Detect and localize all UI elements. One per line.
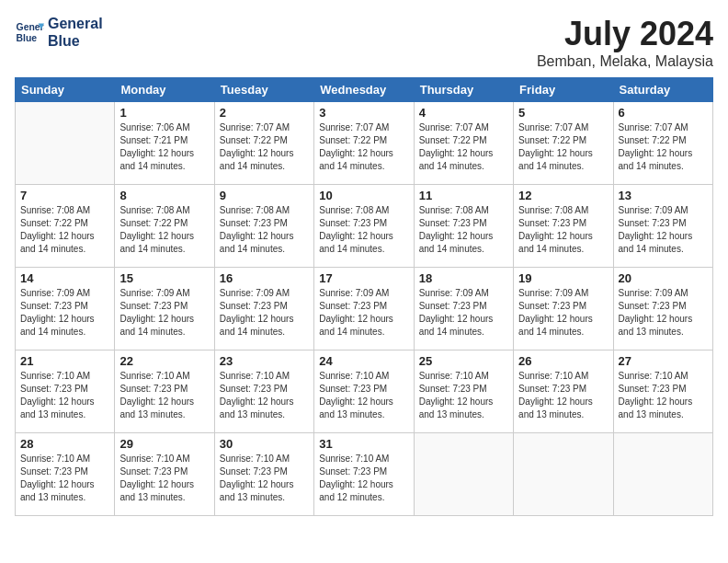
day-number: 23 [220,354,309,368]
day-cell [16,102,115,185]
logo: General Blue General Blue [15,15,103,50]
day-cell: 20Sunrise: 7:09 AMSunset: 7:23 PMDayligh… [613,268,712,350]
day-info: Sunrise: 7:08 AMSunset: 7:23 PMDaylight:… [518,204,608,256]
day-cell: 18Sunrise: 7:09 AMSunset: 7:23 PMDayligh… [414,268,513,350]
day-number: 27 [619,354,708,368]
header-monday: Monday [115,78,214,102]
page-header: General Blue General Blue July 2024 Bemb… [15,15,713,70]
logo-line2: Blue [48,32,103,50]
day-number: 2 [220,106,309,120]
day-number: 22 [119,354,209,368]
day-info: Sunrise: 7:07 AMSunset: 7:22 PMDaylight:… [619,121,708,173]
location-title: Bemban, Melaka, Malaysia [537,53,713,70]
day-info: Sunrise: 7:09 AMSunset: 7:23 PMDaylight:… [119,287,209,339]
day-cell: 26Sunrise: 7:10 AMSunset: 7:23 PMDayligh… [514,350,613,433]
day-number: 3 [319,106,408,120]
day-cell: 5Sunrise: 7:07 AMSunset: 7:22 PMDaylight… [514,102,613,185]
day-cell [414,433,513,516]
day-cell [514,433,613,516]
header-sunday: Sunday [16,78,115,102]
day-cell: 3Sunrise: 7:07 AMSunset: 7:22 PMDaylight… [314,102,414,185]
header-row: SundayMondayTuesdayWednesdayThursdayFrid… [16,78,713,102]
day-info: Sunrise: 7:06 AMSunset: 7:21 PMDaylight:… [119,121,209,173]
day-cell: 29Sunrise: 7:10 AMSunset: 7:23 PMDayligh… [115,433,214,516]
calendar-table: SundayMondayTuesdayWednesdayThursdayFrid… [15,77,713,516]
day-number: 17 [319,271,408,285]
day-number: 16 [220,271,309,285]
day-number: 26 [518,354,608,368]
day-cell: 4Sunrise: 7:07 AMSunset: 7:22 PMDaylight… [414,102,513,185]
day-number: 4 [419,106,508,120]
logo-line1: General [48,15,103,32]
day-number: 15 [119,271,209,285]
day-cell: 30Sunrise: 7:10 AMSunset: 7:23 PMDayligh… [214,433,313,516]
day-cell: 8Sunrise: 7:08 AMSunset: 7:22 PMDaylight… [115,185,214,268]
day-cell: 11Sunrise: 7:08 AMSunset: 7:23 PMDayligh… [414,185,513,268]
day-cell [613,433,712,516]
day-info: Sunrise: 7:10 AMSunset: 7:23 PMDaylight:… [20,370,109,421]
day-info: Sunrise: 7:10 AMSunset: 7:23 PMDaylight:… [319,370,408,421]
day-number: 5 [518,106,608,120]
header-tuesday: Tuesday [214,78,313,102]
day-info: Sunrise: 7:10 AMSunset: 7:23 PMDaylight:… [319,453,408,504]
month-title: July 2024 [537,15,713,53]
day-number: 9 [220,189,309,202]
day-number: 24 [319,354,408,368]
day-info: Sunrise: 7:10 AMSunset: 7:23 PMDaylight:… [220,453,309,504]
day-number: 14 [20,271,109,285]
day-info: Sunrise: 7:10 AMSunset: 7:23 PMDaylight:… [220,370,309,421]
day-info: Sunrise: 7:08 AMSunset: 7:23 PMDaylight:… [220,204,309,256]
day-cell: 7Sunrise: 7:08 AMSunset: 7:22 PMDaylight… [16,185,115,268]
day-cell: 31Sunrise: 7:10 AMSunset: 7:23 PMDayligh… [314,433,414,516]
day-number: 21 [20,354,109,368]
day-cell: 24Sunrise: 7:10 AMSunset: 7:23 PMDayligh… [314,350,414,433]
day-cell: 17Sunrise: 7:09 AMSunset: 7:23 PMDayligh… [314,268,414,350]
day-info: Sunrise: 7:10 AMSunset: 7:23 PMDaylight:… [119,370,209,421]
day-cell: 13Sunrise: 7:09 AMSunset: 7:23 PMDayligh… [613,185,712,268]
day-info: Sunrise: 7:10 AMSunset: 7:23 PMDaylight:… [619,370,708,421]
header-thursday: Thursday [414,78,513,102]
day-cell: 6Sunrise: 7:07 AMSunset: 7:22 PMDaylight… [613,102,712,185]
day-info: Sunrise: 7:10 AMSunset: 7:23 PMDaylight:… [119,453,209,504]
logo-icon: General Blue [15,17,44,47]
day-info: Sunrise: 7:07 AMSunset: 7:22 PMDaylight:… [518,121,608,173]
day-info: Sunrise: 7:09 AMSunset: 7:23 PMDaylight:… [419,287,508,339]
day-info: Sunrise: 7:10 AMSunset: 7:23 PMDaylight:… [518,370,608,421]
day-number: 19 [518,271,608,285]
day-number: 30 [220,437,309,451]
day-number: 31 [319,437,408,451]
day-number: 8 [119,189,209,202]
day-number: 25 [419,354,508,368]
day-cell: 28Sunrise: 7:10 AMSunset: 7:23 PMDayligh… [16,433,115,516]
day-number: 11 [419,189,508,202]
day-info: Sunrise: 7:09 AMSunset: 7:23 PMDaylight:… [518,287,608,339]
day-number: 13 [619,189,708,202]
day-number: 6 [619,106,708,120]
day-number: 29 [119,437,209,451]
day-info: Sunrise: 7:08 AMSunset: 7:22 PMDaylight:… [20,204,109,256]
day-info: Sunrise: 7:09 AMSunset: 7:23 PMDaylight:… [619,204,708,256]
day-info: Sunrise: 7:09 AMSunset: 7:23 PMDaylight:… [220,287,309,339]
day-number: 1 [119,106,209,120]
day-cell: 21Sunrise: 7:10 AMSunset: 7:23 PMDayligh… [16,350,115,433]
day-cell: 15Sunrise: 7:09 AMSunset: 7:23 PMDayligh… [115,268,214,350]
day-info: Sunrise: 7:09 AMSunset: 7:23 PMDaylight:… [20,287,109,339]
week-row-3: 14Sunrise: 7:09 AMSunset: 7:23 PMDayligh… [16,268,713,350]
day-cell: 25Sunrise: 7:10 AMSunset: 7:23 PMDayligh… [414,350,513,433]
day-info: Sunrise: 7:07 AMSunset: 7:22 PMDaylight:… [319,121,408,173]
day-info: Sunrise: 7:09 AMSunset: 7:23 PMDaylight:… [619,287,708,339]
day-cell: 14Sunrise: 7:09 AMSunset: 7:23 PMDayligh… [16,268,115,350]
header-saturday: Saturday [613,78,712,102]
day-cell: 23Sunrise: 7:10 AMSunset: 7:23 PMDayligh… [214,350,313,433]
day-number: 12 [518,189,608,202]
week-row-4: 21Sunrise: 7:10 AMSunset: 7:23 PMDayligh… [16,350,713,433]
day-cell: 16Sunrise: 7:09 AMSunset: 7:23 PMDayligh… [214,268,313,350]
header-friday: Friday [514,78,613,102]
svg-text:Blue: Blue [17,33,38,43]
title-area: July 2024 Bemban, Melaka, Malaysia [537,15,713,70]
day-number: 10 [319,189,408,202]
day-info: Sunrise: 7:08 AMSunset: 7:22 PMDaylight:… [119,204,209,256]
day-cell: 22Sunrise: 7:10 AMSunset: 7:23 PMDayligh… [115,350,214,433]
day-info: Sunrise: 7:10 AMSunset: 7:23 PMDaylight:… [20,453,109,504]
day-number: 20 [619,271,708,285]
